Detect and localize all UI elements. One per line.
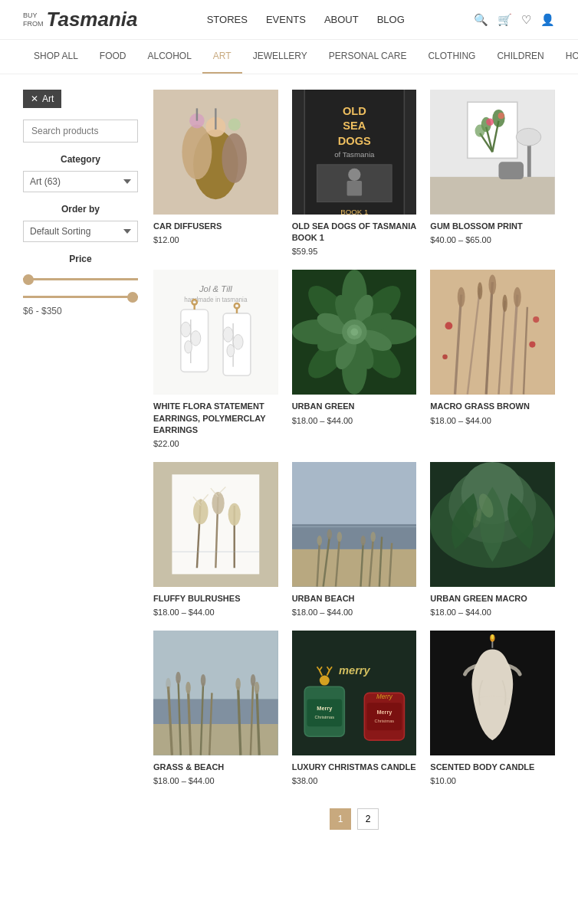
product-image-1 <box>153 90 278 215</box>
price-min-slider[interactable] <box>23 278 138 280</box>
svg-point-93 <box>212 492 224 514</box>
cat-personal-care[interactable]: PERSONAL CARE <box>318 40 418 74</box>
product-card[interactable]: Merry Christmas <box>292 631 417 785</box>
product-card[interactable]: URBAN BEACH $18.00 – $44.00 <box>292 462 417 617</box>
price-range-label: $6 - $350 <box>23 306 138 316</box>
page-1-button[interactable]: 1 <box>330 808 351 830</box>
cat-clothing[interactable]: CLOTHING <box>417 40 486 74</box>
product-card[interactable]: URBAN GREEN MACRO $18.00 – $44.00 <box>430 462 555 617</box>
main-content: ✕ Art Category Art (63) Order by Default… <box>0 74 578 845</box>
svg-rect-100 <box>292 462 417 524</box>
svg-point-82 <box>514 287 521 307</box>
cat-shop-all[interactable]: SHOP ALL <box>23 40 89 74</box>
product-name-5: URBAN GREEN <box>292 401 417 412</box>
svg-point-28 <box>487 118 494 126</box>
svg-rect-101 <box>292 525 417 550</box>
order-select[interactable]: Default Sorting <box>23 221 138 242</box>
product-name-10: GRASS & BEACH <box>153 762 278 773</box>
svg-point-139 <box>255 682 260 694</box>
page-2-button[interactable]: 2 <box>357 808 379 830</box>
svg-text:Merry: Merry <box>376 709 392 716</box>
product-price-4: $22.00 <box>153 439 278 448</box>
svg-point-40 <box>191 331 201 346</box>
svg-point-32 <box>517 128 542 146</box>
product-name-8: URBAN BEACH <box>292 593 417 605</box>
svg-point-135 <box>186 682 191 694</box>
product-price-10: $18.00 – $44.00 <box>153 776 278 785</box>
svg-point-5 <box>228 118 241 130</box>
price-max-slider[interactable] <box>23 296 138 298</box>
svg-point-86 <box>534 316 540 323</box>
product-svg-8 <box>292 462 417 587</box>
logo-buy: BUY <box>23 11 44 20</box>
svg-text:Christmas: Christmas <box>314 716 334 720</box>
product-card[interactable]: MACRO GRASS BROWN $18.00 – $44.00 <box>430 270 555 448</box>
main-nav: STORES EVENTS ABOUT BLOG <box>207 14 405 25</box>
product-card[interactable]: Jol & Till handmade in tasmania <box>153 270 278 448</box>
svg-point-84 <box>530 342 536 348</box>
search-input[interactable] <box>23 120 138 143</box>
product-svg-5 <box>292 270 417 395</box>
cat-jewellery[interactable]: JEWELLERY <box>242 40 318 74</box>
svg-rect-30 <box>430 177 555 215</box>
logo-tasmania: Tasmania <box>47 8 138 31</box>
product-image-8 <box>292 462 417 587</box>
svg-point-110 <box>317 536 322 546</box>
product-price-1: $12.00 <box>153 235 278 244</box>
svg-rect-123 <box>153 700 278 725</box>
svg-text:Christmas: Christmas <box>374 719 394 724</box>
nav-stores[interactable]: STORES <box>207 14 248 25</box>
category-select[interactable]: Art (63) <box>23 171 138 192</box>
svg-point-78 <box>458 287 465 307</box>
svg-point-39 <box>181 323 191 338</box>
product-card[interactable]: SCENTED BODY CANDLE $10.00 <box>430 631 555 785</box>
product-svg-3 <box>430 90 555 215</box>
nav-about[interactable]: ABOUT <box>324 14 359 25</box>
cat-food[interactable]: FOOD <box>89 40 137 74</box>
product-image-10 <box>153 631 278 755</box>
nav-events[interactable]: EVENTS <box>266 14 306 25</box>
product-image-9 <box>430 462 555 587</box>
product-price-6: $18.00 – $44.00 <box>430 416 555 425</box>
site-logo[interactable]: BUY FROM Tasmania <box>23 8 137 31</box>
product-svg-9 <box>430 462 555 587</box>
product-card[interactable]: FLUFFY BULRUSHES $18.00 – $44.00 <box>153 462 278 617</box>
product-image-3 <box>430 90 555 215</box>
cat-home[interactable]: HOME <box>555 40 578 74</box>
wishlist-icon[interactable]: ♡ <box>521 13 531 27</box>
product-price-7: $18.00 – $44.00 <box>153 608 278 617</box>
category-nav: SHOP ALL FOOD ALCOHOL ART JEWELLERY PERS… <box>0 40 578 74</box>
svg-point-27 <box>475 125 485 137</box>
svg-point-92 <box>193 500 209 525</box>
header-icons: 🔍 🛒 ♡ 👤 <box>474 13 555 27</box>
product-card[interactable]: GUM BLOSSOM PRINT $40.00 – $65.00 <box>430 90 555 256</box>
search-icon[interactable]: 🔍 <box>474 13 488 27</box>
product-price-3: $40.00 – $65.00 <box>430 235 555 244</box>
cat-children[interactable]: CHILDREN <box>486 40 554 74</box>
product-price-12: $10.00 <box>430 776 555 785</box>
product-card[interactable]: CAR DIFFUSERS $12.00 <box>153 90 278 256</box>
cat-art[interactable]: ART <box>202 40 242 74</box>
cat-alcohol[interactable]: ALCOHOL <box>137 40 202 74</box>
product-price-2: $59.95 <box>292 247 417 256</box>
product-name-12: SCENTED BODY CANDLE <box>430 762 555 773</box>
svg-text:DOGS: DOGS <box>337 135 370 147</box>
svg-point-46 <box>223 327 233 342</box>
sidebar: ✕ Art Category Art (63) Order by Default… <box>23 90 138 830</box>
svg-point-16 <box>348 168 360 180</box>
account-icon[interactable]: 👤 <box>540 13 555 27</box>
product-card[interactable]: URBAN GREEN $18.00 – $44.00 <box>292 270 417 448</box>
product-card[interactable]: OLD SEA DOGS of Tasmania BOOK 1 <box>292 90 417 256</box>
cart-icon[interactable]: 🛒 <box>498 13 512 27</box>
product-card[interactable]: GRASS & BEACH $18.00 – $44.00 <box>153 631 278 785</box>
svg-text:of Tasmania: of Tasmania <box>334 150 375 159</box>
nav-blog[interactable]: BLOG <box>377 14 405 25</box>
svg-rect-17 <box>346 181 362 196</box>
filter-tag-art[interactable]: ✕ Art <box>23 90 61 108</box>
product-name-7: FLUFFY BULRUSHES <box>153 593 278 605</box>
product-price-9: $18.00 – $44.00 <box>430 608 555 617</box>
product-image-7 <box>153 462 278 587</box>
svg-point-1 <box>182 125 212 180</box>
svg-rect-155 <box>366 703 402 731</box>
svg-point-137 <box>235 678 241 690</box>
